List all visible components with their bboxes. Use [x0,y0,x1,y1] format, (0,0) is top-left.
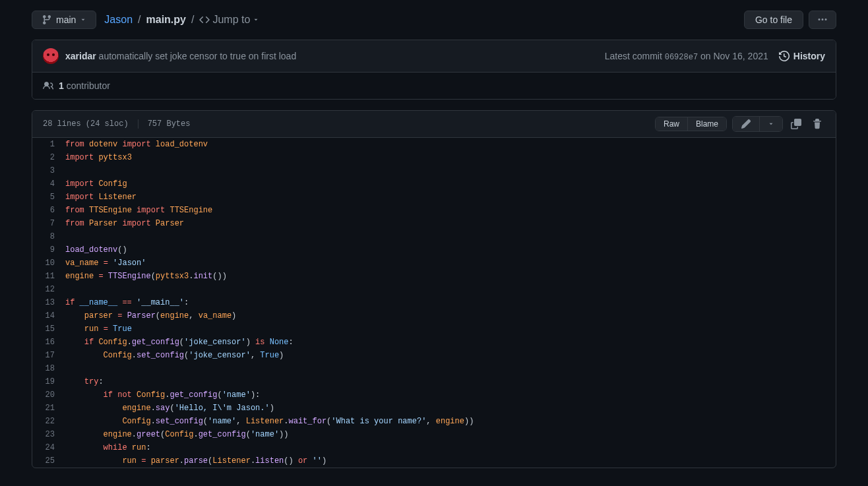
line-number[interactable]: 6 [32,204,65,217]
line-code[interactable] [65,230,836,243]
line-code[interactable]: run = True [65,322,836,336]
file-box: 28 lines (24 sloc) 757 Bytes Raw Blame [32,110,836,468]
line-code[interactable] [65,362,836,375]
line-number[interactable]: 19 [32,375,65,388]
code-line: 8 [32,230,836,243]
line-number[interactable]: 11 [32,270,65,283]
line-code[interactable]: Config.set_config('name', Listener.wait_… [65,415,836,428]
raw-button[interactable]: Raw [656,117,687,131]
line-code[interactable]: while run: [65,441,836,454]
branch-switcher-button[interactable]: main [32,11,96,29]
line-number[interactable]: 2 [32,151,65,164]
line-number[interactable]: 25 [32,454,65,468]
divider [138,119,139,129]
line-code[interactable]: from dotenv import load_dotenv [65,138,836,151]
line-number[interactable]: 21 [32,402,65,415]
line-code[interactable]: import pyttsx3 [65,151,836,164]
commit-right: Latest commit 06928e7 on Nov 16, 2021 Hi… [605,51,825,62]
edit-button[interactable] [733,117,759,131]
code-line: 10va_name = 'Jason' [32,257,836,270]
code-line: 15 run = True [32,322,836,336]
line-code[interactable]: if not Config.get_config('name'): [65,388,836,402]
commit-message[interactable]: automatically set joke censor to true on… [99,51,297,61]
more-actions-button[interactable] [809,11,836,29]
code-line: 24 while run: [32,441,836,454]
line-number[interactable]: 20 [32,388,65,402]
line-code[interactable]: engine.say('Hello, I\'m Jason.') [65,402,836,415]
line-code[interactable]: engine = TTSEngine(pyttsx3.init()) [65,270,836,283]
code-line: 18 [32,362,836,375]
blame-button[interactable]: Blame [687,117,726,131]
triangle-down-icon [253,16,259,23]
pencil-icon [741,119,751,129]
line-number[interactable]: 10 [32,257,65,270]
trash-icon [812,119,822,129]
line-code[interactable] [65,283,836,296]
code-line: 6from TTSEngine import TTSEngine [32,204,836,217]
breadcrumb-repo-link[interactable]: Jason [104,14,133,26]
code-line: 11engine = TTSEngine(pyttsx3.init()) [32,270,836,283]
line-number[interactable]: 24 [32,441,65,454]
jump-to-menu[interactable]: Jump to [199,14,259,26]
go-to-file-button[interactable]: Go to file [744,11,803,29]
line-code[interactable] [65,164,836,177]
line-number[interactable]: 13 [32,296,65,309]
code-line: 16 if Config.get_config('joke_censor') i… [32,336,836,349]
commit-date: on Nov 16, 2021 [700,51,768,61]
code-line: 2import pyttsx3 [32,151,836,164]
code-line: 17 Config.set_config('joke_censor', True… [32,349,836,362]
code-line: 13if __name__ == '__main__': [32,296,836,309]
line-code[interactable]: from TTSEngine import TTSEngine [65,204,836,217]
line-code[interactable]: parser = Parser(engine, va_name) [65,309,836,322]
line-code[interactable]: try: [65,375,836,388]
line-number[interactable]: 4 [32,177,65,191]
contributor-label: contributor [67,80,110,91]
contributors-row[interactable]: 1 contributor [32,73,836,99]
line-number[interactable]: 7 [32,217,65,230]
contributor-count: 1 [59,80,64,91]
edit-dropdown-button[interactable] [759,117,782,131]
line-code[interactable]: if Config.get_config('joke_censor') is N… [65,336,836,349]
branch-name: main [56,15,76,25]
code-line: 1from dotenv import load_dotenv [32,138,836,151]
code-line: 4import Config [32,177,836,191]
code-line: 25 run = parser.parse(Listener.listen() … [32,454,836,468]
delete-button[interactable] [809,116,825,132]
commit-sha-link[interactable]: 06928e7 [665,53,698,62]
line-number[interactable]: 14 [32,309,65,322]
line-number[interactable]: 17 [32,349,65,362]
copy-icon [791,119,801,129]
line-number[interactable]: 15 [32,322,65,336]
line-code[interactable]: va_name = 'Jason' [65,257,836,270]
jump-to-label: Jump to [212,14,250,26]
line-code[interactable]: from Parser import Parser [65,217,836,230]
line-number[interactable]: 1 [32,138,65,151]
line-code[interactable]: engine.greet(Config.get_config('name')) [65,428,836,441]
line-number[interactable]: 16 [32,336,65,349]
code-line: 9load_dotenv() [32,243,836,257]
code-line: 22 Config.set_config('name', Listener.wa… [32,415,836,428]
raw-blame-group: Raw Blame [655,117,727,131]
line-code[interactable]: import Config [65,177,836,191]
line-code[interactable]: if __name__ == '__main__': [65,296,836,309]
breadcrumb-filename: main.py [146,14,186,26]
commit-author-link[interactable]: xaridar [65,51,96,61]
line-number[interactable]: 23 [32,428,65,441]
line-number[interactable]: 12 [32,283,65,296]
line-code[interactable]: Config.set_config('joke_censor', True) [65,349,836,362]
line-code[interactable]: import Listener [65,191,836,204]
line-number[interactable]: 5 [32,191,65,204]
code-line: 19 try: [32,375,836,388]
line-code[interactable]: run = parser.parse(Listener.listen() or … [65,454,836,468]
copy-button[interactable] [788,116,804,132]
line-number[interactable]: 9 [32,243,65,257]
line-number[interactable]: 8 [32,230,65,243]
line-number[interactable]: 22 [32,415,65,428]
line-number[interactable]: 3 [32,164,65,177]
breadcrumb: Jason / main.py / Jump to [104,14,259,26]
line-code[interactable]: load_dotenv() [65,243,836,257]
line-number[interactable]: 18 [32,362,65,375]
history-label: History [793,51,825,61]
avatar[interactable] [43,48,59,64]
history-link[interactable]: History [779,51,825,61]
